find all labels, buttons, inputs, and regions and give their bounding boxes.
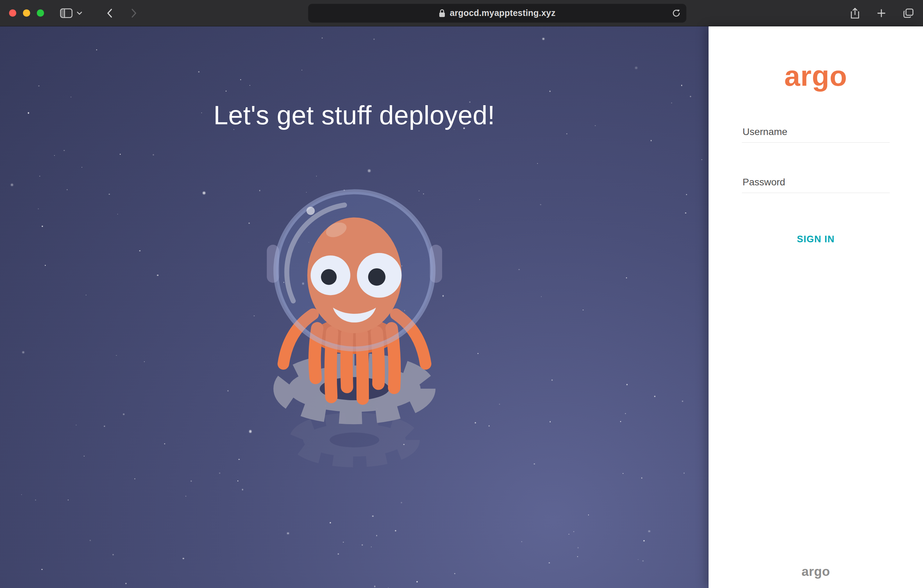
star <box>338 553 339 555</box>
back-button-icon[interactable] <box>107 8 113 18</box>
lock-icon <box>439 9 445 18</box>
star <box>643 540 645 542</box>
page-content: Let's get stuff deployed! <box>0 26 923 588</box>
forward-button-icon[interactable] <box>131 8 137 18</box>
star <box>68 499 68 500</box>
star <box>376 535 378 536</box>
star <box>112 554 114 555</box>
gear-icon <box>283 363 425 414</box>
sidebar-controls <box>60 8 82 18</box>
star <box>185 496 186 497</box>
minimize-window-button[interactable] <box>23 9 30 16</box>
hero-section: Let's get stuff deployed! <box>0 26 709 588</box>
star <box>361 544 363 546</box>
star <box>641 477 643 479</box>
share-icon[interactable] <box>850 7 860 19</box>
star <box>568 534 570 535</box>
url-text: argocd.myapptesting.xyz <box>450 8 555 18</box>
tab-overview-icon[interactable] <box>903 8 914 18</box>
star <box>388 587 389 588</box>
star <box>35 499 36 501</box>
argo-logo: argo <box>742 60 890 92</box>
browser-window: argocd.myapptesting.xyz <box>0 0 923 588</box>
star <box>642 560 644 562</box>
toolbar-right-group <box>850 7 914 19</box>
star <box>395 530 396 531</box>
argo-footer-logo: argo <box>709 564 923 579</box>
star <box>125 583 126 584</box>
argo-mascot-illustration <box>230 159 478 473</box>
star <box>287 532 289 535</box>
star <box>454 573 455 574</box>
star <box>573 531 574 532</box>
username-input[interactable] <box>742 124 890 143</box>
sign-in-button[interactable]: SIGN IN <box>797 234 835 245</box>
address-bar[interactable]: argocd.myapptesting.xyz <box>308 4 687 23</box>
star <box>521 541 522 542</box>
hero-heading: Let's get stuff deployed! <box>214 100 495 130</box>
browser-toolbar: argocd.myapptesting.xyz <box>0 0 923 26</box>
password-input[interactable] <box>742 174 890 193</box>
navigation-controls <box>107 8 137 18</box>
close-window-button[interactable] <box>9 9 16 16</box>
traffic-lights <box>9 9 44 16</box>
star <box>371 546 372 547</box>
star <box>588 514 589 516</box>
username-field-wrap <box>742 124 890 143</box>
zoom-window-button[interactable] <box>37 9 44 16</box>
login-panel: argo SIGN IN argo <box>709 26 923 588</box>
star <box>90 540 91 541</box>
new-tab-icon[interactable] <box>877 8 886 18</box>
gear-reflection <box>296 420 412 460</box>
star <box>21 494 22 495</box>
star <box>549 562 550 564</box>
star <box>374 586 375 587</box>
password-field-wrap <box>742 174 890 193</box>
star <box>401 502 402 503</box>
star <box>134 478 135 480</box>
star <box>242 489 243 490</box>
toolbar-left-group <box>9 8 158 18</box>
reload-icon[interactable] <box>672 9 681 18</box>
star <box>191 480 192 481</box>
address-bar-wrap: argocd.myapptesting.xyz <box>158 4 836 23</box>
star <box>372 516 373 517</box>
star <box>182 558 184 559</box>
star <box>638 559 639 560</box>
star <box>416 581 418 583</box>
star <box>577 556 578 557</box>
star <box>41 569 43 570</box>
star <box>330 522 331 524</box>
sidebar-chevron-down-icon[interactable] <box>77 11 82 15</box>
star <box>577 547 579 549</box>
star <box>237 480 238 481</box>
star <box>648 531 650 532</box>
sidebar-toggle-icon[interactable] <box>60 8 72 18</box>
star <box>343 542 343 542</box>
hero-inner: Let's get stuff deployed! <box>0 26 709 473</box>
